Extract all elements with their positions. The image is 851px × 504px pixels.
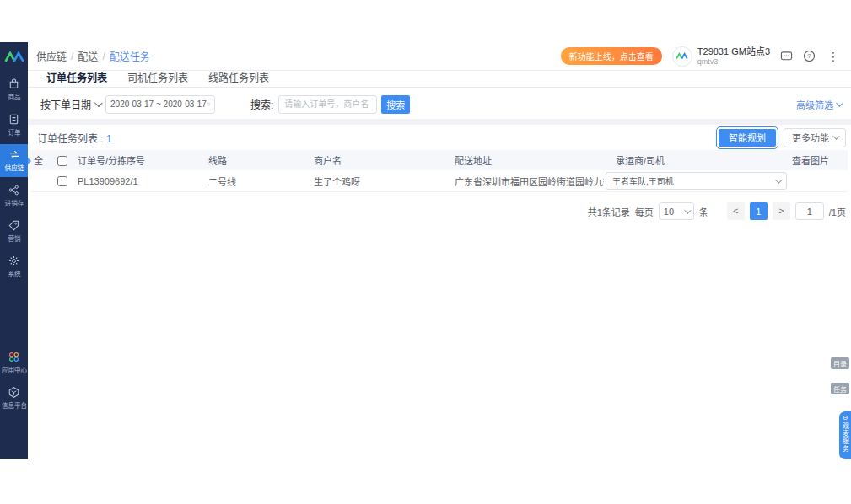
breadcrumb-delivery-task[interactable]: 配送任务 bbox=[110, 49, 150, 63]
col-header-route: 线路 bbox=[207, 153, 312, 167]
sidebar-item-info-platform[interactable]: 信息平台 bbox=[0, 382, 28, 415]
search-input[interactable] bbox=[278, 95, 377, 114]
task-tabs: 订单任务列表 司机任务列表 线路任务列表 bbox=[28, 71, 851, 88]
carrier-cell: 王者车队,王司机 bbox=[604, 172, 790, 190]
floating-tab-directory[interactable]: 目录 bbox=[831, 357, 849, 369]
col-header-all: 全 bbox=[30, 153, 51, 167]
sidebar-item-label: 信息平台 bbox=[1, 400, 26, 409]
sidebar-item-app-center[interactable]: 应用中心 bbox=[0, 346, 28, 379]
page-jump-input[interactable] bbox=[795, 202, 824, 220]
total-pages: /1页 bbox=[829, 205, 846, 218]
select-all-checkbox[interactable] bbox=[57, 156, 67, 166]
headset-icon: ⊖ bbox=[843, 415, 848, 421]
tab-driver-task-list[interactable]: 司机任务列表 bbox=[117, 71, 198, 87]
avatar bbox=[672, 46, 692, 67]
sidebar-item-label: 进销存 bbox=[4, 198, 24, 206]
address-cell: 广东省深圳市福田区园岭街道园岭九街园岭新村1区 bbox=[453, 174, 604, 188]
merchant-cell: 生了个鸡呀 bbox=[312, 174, 453, 188]
list-count: 1 bbox=[106, 133, 112, 145]
row-checkbox[interactable] bbox=[57, 176, 67, 186]
sidebar-item-system[interactable]: 系统 bbox=[0, 250, 28, 283]
app-logo bbox=[0, 42, 28, 71]
more-functions-label: 更多功能 bbox=[792, 131, 829, 144]
breadcrumb-delivery[interactable]: 配送 bbox=[78, 49, 98, 63]
pagination: 共1条记录 每页 10 条 < 1 > /1页 bbox=[28, 192, 851, 220]
user-info: T29831 GM站点3 qmtv3 bbox=[697, 46, 770, 66]
sidebar-item-inventory[interactable]: 进销存 bbox=[0, 180, 28, 212]
tab-route-task-list[interactable]: 线路任务列表 bbox=[198, 71, 279, 87]
user-menu[interactable]: T29831 GM站点3 qmtv3 bbox=[672, 46, 770, 67]
app-window: 商品 订单 供应链 进销存 bbox=[0, 42, 851, 459]
cube-icon bbox=[8, 386, 20, 399]
order-no-cell: PL13909692/1 bbox=[76, 176, 207, 186]
svg-text:?: ? bbox=[807, 52, 811, 60]
breadcrumb-separator: / bbox=[102, 51, 105, 62]
sidebar-item-label: 商品 bbox=[8, 92, 20, 100]
breadcrumb-separator: / bbox=[71, 51, 73, 62]
chevron-down-icon bbox=[775, 176, 782, 183]
main-area: 供应链 / 配送 / 配送任务 新功能上线，点击查看 T29831 GM站点3 bbox=[28, 42, 851, 459]
service-ribbon-label: 观麦服务 bbox=[841, 422, 850, 453]
col-header-image: 查看图片 bbox=[790, 153, 848, 167]
smart-plan-button[interactable]: 智能规划 bbox=[719, 129, 776, 147]
list-actions: 智能规划 更多功能 bbox=[719, 128, 846, 147]
more-menu-icon[interactable]: ⋮ bbox=[826, 51, 841, 62]
header-right: 新功能上线，点击查看 T29831 GM站点3 qmtv3 bbox=[561, 46, 841, 67]
prev-page-button[interactable]: < bbox=[727, 202, 745, 220]
bag-icon bbox=[8, 78, 20, 90]
col-header-merchant: 商户名 bbox=[312, 153, 453, 167]
help-icon[interactable]: ? bbox=[803, 50, 816, 62]
row-checkbox-cell bbox=[51, 175, 76, 186]
chevron-down-icon bbox=[684, 206, 691, 213]
sidebar-item-label: 供应链 bbox=[4, 163, 24, 171]
tab-order-task-list[interactable]: 订单任务列表 bbox=[36, 71, 117, 87]
advanced-filter-link[interactable]: 高级筛选 bbox=[796, 98, 841, 111]
sidebar-item-marketing[interactable]: 营销 bbox=[0, 215, 28, 248]
list-title: 订单任务列表 : 1 bbox=[37, 131, 112, 145]
sidebar-item-orders[interactable]: 订单 bbox=[0, 109, 28, 142]
list-header: 订单任务列表 : 1 智能规划 更多功能 bbox=[28, 126, 851, 148]
per-page-label: 每页 bbox=[635, 205, 654, 218]
current-page-button[interactable]: 1 bbox=[750, 202, 768, 220]
date-type-label: 按下单日期 bbox=[40, 97, 91, 111]
share-icon bbox=[8, 184, 20, 196]
tag-icon bbox=[8, 219, 20, 232]
logo-mark bbox=[4, 51, 24, 63]
total-records: 共1条记录 bbox=[588, 205, 630, 218]
breadcrumb: 供应链 / 配送 / 配送任务 bbox=[36, 49, 150, 63]
per-page-select[interactable]: 10 bbox=[659, 202, 694, 220]
new-feature-badge[interactable]: 新功能上线，点击查看 bbox=[561, 47, 662, 65]
sidebar-item-goods[interactable]: 商品 bbox=[0, 73, 28, 106]
user-site: T29831 GM站点3 bbox=[697, 46, 770, 57]
document-icon bbox=[8, 113, 20, 126]
order-task-table: 全 订单号/分拣序号 线路 商户名 配送地址 承运商/司机 查看图片 PL139… bbox=[30, 150, 848, 192]
carrier-select[interactable]: 王者车队,王司机 bbox=[606, 172, 787, 190]
next-page-button[interactable]: > bbox=[773, 202, 790, 220]
section-divider bbox=[28, 119, 851, 125]
table-row: PL13909692/1 二号线 生了个鸡呀 广东省深圳市福田区园岭街道园岭九街… bbox=[30, 170, 848, 192]
top-header: 供应链 / 配送 / 配送任务 新功能上线，点击查看 T29831 GM站点3 bbox=[28, 42, 851, 71]
breadcrumb-supply-chain[interactable]: 供应链 bbox=[36, 49, 67, 63]
message-icon[interactable] bbox=[780, 51, 793, 62]
user-account: qmtv3 bbox=[697, 57, 770, 66]
page: 商品 订单 供应链 进销存 bbox=[0, 0, 851, 504]
sidebar-item-label: 营销 bbox=[8, 233, 20, 242]
sidebar-item-label: 应用中心 bbox=[1, 365, 26, 373]
carrier-select-value: 王者车队,王司机 bbox=[612, 174, 674, 187]
more-functions-button[interactable]: 更多功能 bbox=[784, 128, 846, 147]
date-range-value: 2020-03-17 ~ 2020-03-17 bbox=[110, 99, 207, 109]
filter-bar: 按下单日期 2020-03-17 ~ 2020-03-17 搜索: 搜索 高级筛… bbox=[28, 94, 851, 114]
col-header-carrier: 承运商/司机 bbox=[604, 153, 790, 167]
date-range-input[interactable]: 2020-03-17 ~ 2020-03-17 bbox=[105, 95, 215, 114]
date-type-dropdown[interactable]: 按下单日期 bbox=[40, 97, 100, 111]
sidebar: 商品 订单 供应链 进销存 bbox=[0, 42, 28, 459]
list-title-text: 订单任务列表 : bbox=[37, 133, 104, 145]
search-button[interactable]: 搜索 bbox=[381, 95, 410, 114]
floating-tab-tasks[interactable]: 任务 bbox=[831, 383, 849, 394]
calendar-icon bbox=[207, 99, 210, 109]
service-ribbon[interactable]: ⊖ 观麦服务 bbox=[839, 411, 851, 459]
select-all-cell bbox=[51, 154, 76, 165]
chevron-down-icon bbox=[836, 99, 843, 106]
sidebar-item-supply-chain[interactable]: 供应链 bbox=[0, 144, 28, 177]
chevron-down-icon bbox=[94, 99, 103, 107]
